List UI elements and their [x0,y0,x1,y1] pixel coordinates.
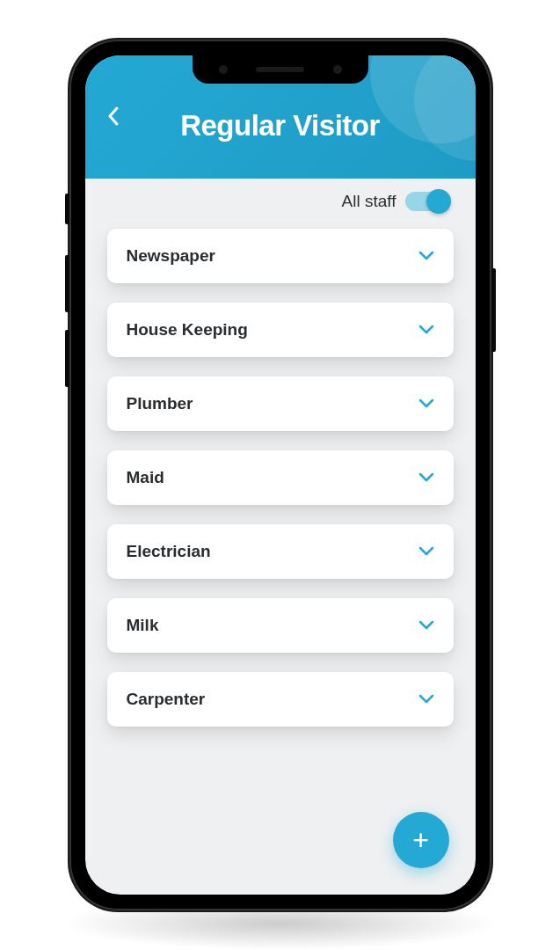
category-label: Plumber [127,394,193,413]
category-label: Newspaper [127,246,215,266]
add-button[interactable]: + [393,812,449,868]
phone-screen: Regular Visitor All staff Newspaper Hous… [85,55,476,895]
phone-side-button [65,194,69,224]
chevron-left-icon [107,106,120,126]
phone-side-button [65,255,69,312]
chevron-down-icon [418,694,434,705]
back-button[interactable] [107,106,120,129]
category-item-maid[interactable]: Maid [107,450,454,505]
page-title: Regular Visitor [180,109,380,142]
phone-speaker [256,67,304,72]
category-label: House Keeping [127,320,248,340]
category-item-house-keeping[interactable]: House Keeping [107,303,454,357]
category-label: Maid [127,468,164,487]
phone-side-button [491,268,496,352]
plus-icon: + [412,826,429,854]
toggle-row: All staff [107,192,454,211]
toggle-knob [426,189,451,214]
chevron-down-icon [418,398,434,409]
category-label: Carpenter [127,690,206,709]
category-item-milk[interactable]: Milk [107,598,454,653]
phone-side-button [65,330,69,387]
chevron-down-icon [418,325,434,335]
category-label: Milk [127,616,159,635]
header-decoration [414,55,476,161]
all-staff-toggle[interactable] [405,192,449,211]
chevron-down-icon [418,472,434,483]
content-area: All staff Newspaper House Keeping Plumbe… [85,179,476,895]
chevron-down-icon [418,251,434,261]
phone-frame: Regular Visitor All staff Newspaper Hous… [69,40,491,910]
toggle-label: All staff [342,192,396,211]
chevron-down-icon [418,546,434,557]
category-item-carpenter[interactable]: Carpenter [107,672,454,727]
category-item-newspaper[interactable]: Newspaper [107,229,454,283]
category-item-plumber[interactable]: Plumber [107,376,454,431]
category-item-electrician[interactable]: Electrician [107,524,454,579]
category-label: Electrician [127,542,211,561]
phone-notch [193,55,368,84]
chevron-down-icon [418,620,434,631]
